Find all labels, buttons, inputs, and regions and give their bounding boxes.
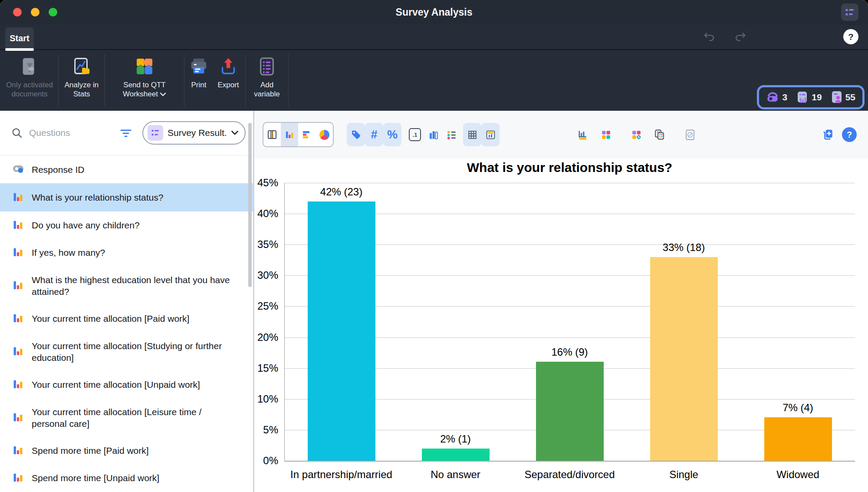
redo-button[interactable] <box>734 31 746 43</box>
ribbon-divider <box>184 54 184 106</box>
document-cases-icon <box>831 91 843 104</box>
question-list-item[interactable]: Spend more time [Paid work] <box>0 437 253 464</box>
send-to-qtt-worksheet-label: Send to QTT Worksheet <box>106 80 183 99</box>
undo-button[interactable] <box>703 31 715 43</box>
question-list-item[interactable]: Your current time allocation [Paid work] <box>0 305 253 332</box>
values-on-bars-button[interactable] <box>424 123 442 146</box>
x-axis-category-label: In partnership/married <box>284 469 398 481</box>
bar-chart-icon <box>13 472 23 483</box>
printer-icon <box>189 56 209 77</box>
gridlines-button[interactable] <box>463 123 481 146</box>
undo-icon <box>703 31 715 43</box>
x-axis-category-label: No answer <box>398 469 513 481</box>
window-title: Survey Analysis <box>0 7 868 18</box>
y-axis-tick-label: 15% <box>254 362 278 374</box>
axes-button[interactable] <box>481 123 500 146</box>
activated-count[interactable]: 3 <box>766 92 788 103</box>
y-axis-tick-label: 20% <box>254 331 278 343</box>
help-glyph: ? <box>847 130 852 140</box>
close-window-button[interactable] <box>13 8 22 17</box>
export-button[interactable]: Export <box>212 50 244 111</box>
question-label: Your current time allocation [Unpaid wor… <box>32 379 200 390</box>
cases-count-value: 55 <box>845 92 855 102</box>
question-list-item[interactable]: What is the highest education level that… <box>0 266 253 305</box>
question-list-item[interactable]: Do you have any children? <box>0 211 253 239</box>
add-variable-button[interactable]: Add variable <box>247 50 287 111</box>
question-list-item[interactable]: Your current time allocation [Leisure ti… <box>0 398 253 437</box>
question-label: Your current time allocation [Leisure ti… <box>32 406 236 429</box>
sidebar-scrollbar[interactable] <box>248 123 252 287</box>
question-label: Spend more time [Paid work] <box>32 445 149 456</box>
question-label: If yes, how many? <box>32 247 105 258</box>
send-to-qtt-worksheet-button[interactable]: Send to QTT Worksheet <box>106 50 183 111</box>
question-list: Response IDWhat is your relationship sta… <box>0 156 253 492</box>
source-dropdown[interactable]: Survey Result... <box>142 121 246 145</box>
ribbon-divider <box>58 54 59 106</box>
zoom-window-button[interactable] <box>49 8 57 17</box>
question-list-item[interactable]: Your current time allocation [Unpaid wor… <box>0 371 253 398</box>
ribbon-divider <box>245 54 246 106</box>
x-axis-category-label: Widowed <box>741 469 855 481</box>
question-list-item[interactable]: Your current time allocation [Studying o… <box>0 332 253 371</box>
bar-chart-icon <box>13 280 23 291</box>
question-list-item[interactable]: What is your relationship status? <box>0 183 253 211</box>
export-label: Export <box>217 80 239 89</box>
chart-toolbar: # % .1 <box>254 111 868 158</box>
hash-icon: # <box>371 128 377 142</box>
survey-list-glyph-icon <box>844 7 855 18</box>
y-axis-tick-label: 30% <box>254 269 278 281</box>
redo-icon <box>734 31 746 43</box>
help-button[interactable]: ? <box>843 29 858 44</box>
question-label: Your current time allocation [Paid work] <box>32 313 189 324</box>
qtt-puzzle-icon <box>134 56 155 77</box>
chart-help-button[interactable]: ? <box>842 127 857 142</box>
chart-bar <box>536 362 604 461</box>
tab-start[interactable]: Start <box>5 27 34 49</box>
source-dropdown-label: Survey Result... <box>168 128 227 138</box>
search-input[interactable] <box>28 127 104 139</box>
table-view-button[interactable] <box>263 123 281 146</box>
y-axis-tick-label: 10% <box>254 393 278 405</box>
bar-chart: What is your relationship status? 0%5%10… <box>254 158 868 492</box>
survey-app-icon[interactable] <box>841 3 858 21</box>
question-list-item[interactable]: Response ID <box>0 156 253 183</box>
missing-values-button[interactable] <box>681 123 699 146</box>
only-activated-documents-button[interactable]: Only activated documents <box>2 50 57 111</box>
horizontal-bar-chart-button[interactable] <box>298 123 316 146</box>
apply-colors-button[interactable] <box>651 123 669 146</box>
minimize-window-button[interactable] <box>31 8 39 17</box>
analyze-in-stats-button[interactable]: Analyze in Stats <box>59 50 104 111</box>
copy-to-button[interactable] <box>819 123 837 146</box>
y-axis-tick-label: 45% <box>254 177 278 189</box>
bar-chart-icon <box>13 346 23 357</box>
cases-count[interactable]: 55 <box>831 91 855 104</box>
questions-sidebar: Survey Result... Response IDWhat is your… <box>0 111 253 492</box>
survey-list-icon <box>148 125 163 141</box>
activated-count-value: 3 <box>783 92 788 102</box>
absolute-numbers-button[interactable]: # <box>365 123 383 146</box>
pie-chart-icon <box>319 130 329 140</box>
print-button[interactable]: Print <box>185 50 212 111</box>
baseline-button[interactable] <box>573 123 592 146</box>
decimal-places-button[interactable]: .1 <box>406 123 424 146</box>
document-variables-icon <box>796 91 809 104</box>
question-search[interactable] <box>11 127 111 139</box>
tab-bar: Start ? <box>0 25 868 50</box>
percent-button[interactable]: % <box>383 123 401 146</box>
question-label: Spend more time [Unpaid work] <box>32 472 159 484</box>
title-bar: Survey Analysis <box>0 0 868 25</box>
y-axis-tick-label: 25% <box>254 300 278 312</box>
vertical-bar-chart-button[interactable] <box>281 123 298 146</box>
legend-icon <box>446 129 457 140</box>
label-tag-button[interactable] <box>347 123 365 146</box>
help-glyph: ? <box>848 32 854 42</box>
color-settings-button[interactable] <box>627 123 645 146</box>
horizontal-bar-chart-icon <box>302 129 312 140</box>
question-list-item[interactable]: If yes, how many? <box>0 239 253 266</box>
variables-count[interactable]: 19 <box>796 91 822 104</box>
filter-button[interactable] <box>117 124 135 142</box>
color-scheme-button[interactable] <box>597 123 615 146</box>
legend-button[interactable] <box>442 123 460 146</box>
pie-chart-button[interactable] <box>316 123 333 146</box>
question-list-item[interactable]: Spend more time [Unpaid work] <box>0 464 253 492</box>
